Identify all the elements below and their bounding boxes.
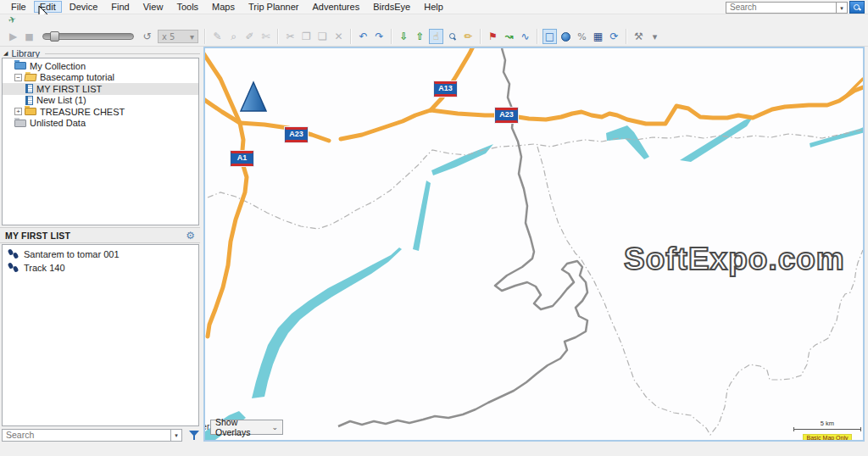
refresh-icon[interactable]: ⟳ bbox=[607, 29, 621, 44]
list-panel: Santarem to tomar 001 Track 140 bbox=[2, 244, 199, 426]
library-tree: My Collection − Basecamp tutorial MY FIR… bbox=[2, 58, 199, 225]
undo-icon[interactable]: ↶ bbox=[356, 29, 370, 44]
tree-item-label: Unlisted Data bbox=[30, 118, 86, 128]
insert-tool-icon[interactable]: ⌕ bbox=[226, 29, 241, 44]
search-dropdown-caret[interactable]: ▾ bbox=[836, 2, 848, 14]
menu-file[interactable]: File bbox=[5, 1, 32, 13]
edit-tool-icon[interactable]: ✐ bbox=[242, 29, 257, 44]
menu-tools[interactable]: Tools bbox=[170, 1, 204, 13]
grid-overview-icon[interactable]: ▦ bbox=[591, 29, 605, 44]
track-footprints-icon bbox=[8, 263, 19, 273]
new-waypoint-icon[interactable]: ⚑ bbox=[486, 29, 500, 44]
scale-bar bbox=[793, 427, 861, 431]
list-item[interactable]: Santarem to tomar 001 bbox=[3, 247, 198, 261]
tree-item-label: TREASURE CHEST bbox=[40, 107, 125, 117]
percent-icon[interactable]: % bbox=[575, 29, 589, 44]
select-area-icon[interactable]: □ bbox=[542, 29, 557, 44]
erase-tool-icon[interactable]: ✄ bbox=[259, 29, 273, 44]
filter-funnel-icon[interactable] bbox=[188, 430, 200, 441]
search-icon bbox=[854, 4, 860, 11]
tree-item-my-first-list[interactable]: MY FIRST LIST bbox=[3, 83, 198, 95]
menu-trip-planner[interactable]: Trip Planner bbox=[242, 1, 305, 13]
track-footprints-icon bbox=[8, 249, 19, 259]
draw-tool-icon[interactable]: ✎ bbox=[210, 29, 225, 44]
extra-tool-icon[interactable]: ⚒ bbox=[632, 29, 646, 44]
menu-help[interactable]: Help bbox=[418, 1, 449, 13]
expand-expander-icon[interactable]: + bbox=[14, 108, 22, 115]
search-input[interactable] bbox=[726, 2, 836, 14]
speed-caret-icon: ▾ bbox=[190, 32, 194, 42]
measure-tool-icon[interactable]: ✏ bbox=[461, 29, 476, 44]
show-overlays-label: Show Overlays bbox=[215, 417, 271, 437]
tree-item-treasure-chest[interactable]: + TREASURE CHEST bbox=[3, 106, 198, 118]
list-item-label: Track 140 bbox=[24, 263, 65, 273]
search-button[interactable] bbox=[849, 1, 865, 14]
road-shield-a13: A13 bbox=[434, 81, 457, 97]
gray-track-line bbox=[338, 48, 587, 426]
map-scale: 5 km Basic Map Only bbox=[793, 420, 861, 442]
toolbar-overflow-caret[interactable]: ▾ bbox=[648, 29, 662, 44]
list-search-input[interactable] bbox=[2, 429, 171, 442]
tree-item-my-collection[interactable]: My Collection bbox=[3, 60, 198, 72]
list-search: ▾ bbox=[2, 428, 202, 442]
collapse-expander-icon[interactable]: − bbox=[14, 74, 22, 81]
copy-icon[interactable]: ❐ bbox=[299, 29, 314, 44]
map-canvas[interactable]: A1 A23 A13 A23 SoftExpo.com rer Show Ove… bbox=[203, 47, 865, 442]
tree-item-new-list[interactable]: New List (1) bbox=[3, 95, 198, 107]
delete-icon[interactable]: ✕ bbox=[331, 29, 346, 44]
tree-item-label: MY FIRST LIST bbox=[36, 84, 102, 94]
menu-birdseye[interactable]: BirdsEye bbox=[367, 1, 416, 13]
global-search: ▾ bbox=[726, 1, 865, 14]
show-overlays-dropdown[interactable]: Show Overlays ⌄ bbox=[210, 420, 283, 435]
water-polygons bbox=[205, 116, 863, 440]
paste-icon[interactable]: ❏ bbox=[315, 29, 330, 44]
new-route-icon[interactable]: ↝ bbox=[502, 29, 516, 44]
toolbar-separator bbox=[391, 29, 392, 44]
menu-device[interactable]: Device bbox=[64, 1, 104, 13]
new-track-icon[interactable]: ∿ bbox=[518, 29, 532, 44]
toolbar-separator bbox=[350, 29, 352, 44]
menu-view[interactable]: View bbox=[137, 1, 170, 13]
menu-find[interactable]: Find bbox=[105, 1, 135, 13]
menu-adventures[interactable]: Adventures bbox=[307, 1, 366, 13]
map-pointer-triangle[interactable] bbox=[241, 82, 266, 111]
list-panel-title: MY FIRST LIST bbox=[5, 231, 70, 241]
chevron-down-icon: ⌄ bbox=[271, 423, 278, 431]
list-search-caret[interactable]: ▾ bbox=[171, 429, 182, 442]
cut-icon[interactable]: ✂ bbox=[283, 29, 298, 44]
toolbar-separator bbox=[480, 29, 481, 44]
highway-roads bbox=[205, 48, 863, 336]
rocket-icon[interactable]: ✈ bbox=[7, 14, 18, 26]
tree-item-label: Basecamp tutorial bbox=[40, 72, 114, 82]
receive-from-device-icon[interactable]: ⇧ bbox=[413, 29, 427, 44]
toolbar-separator bbox=[204, 29, 206, 44]
menu-maps[interactable]: Maps bbox=[206, 1, 241, 13]
playback-speed-select[interactable]: x 5▾ bbox=[158, 30, 198, 43]
pan-tool-icon[interactable]: ☝ bbox=[429, 29, 443, 44]
watermark: SoftExpo.com bbox=[624, 242, 845, 277]
redo-icon[interactable]: ↷ bbox=[372, 29, 387, 44]
toolbar-separator bbox=[277, 29, 279, 44]
tree-item-unlisted-data[interactable]: Unlisted Data bbox=[3, 118, 198, 130]
slider-thumb[interactable] bbox=[50, 31, 59, 42]
map-mode-badge: Basic Map Only bbox=[803, 434, 851, 442]
map-partial-label: rer bbox=[203, 422, 209, 431]
list-item[interactable]: Track 140 bbox=[3, 261, 198, 275]
road-shield-a23-east: A23 bbox=[495, 108, 518, 123]
folder-open-icon bbox=[24, 74, 36, 81]
play-button[interactable]: ▶ bbox=[6, 29, 20, 44]
playback-slider[interactable] bbox=[42, 33, 134, 40]
stop-button[interactable]: ■ bbox=[22, 29, 36, 44]
gear-icon[interactable]: ⚙ bbox=[186, 230, 195, 242]
tree-item-basecamp-tutorial[interactable]: − Basecamp tutorial bbox=[3, 72, 198, 84]
quick-access-row: ✈ bbox=[0, 14, 868, 27]
folder-icon bbox=[14, 120, 26, 127]
zoom-tool-icon[interactable] bbox=[445, 29, 459, 44]
send-to-device-icon[interactable]: ⇩ bbox=[397, 29, 411, 44]
section-collapse-icon[interactable]: ◢ bbox=[3, 50, 8, 57]
menu-bar: File Edit Device Find View Tools Maps Tr… bbox=[0, 0, 868, 14]
globe-icon[interactable] bbox=[559, 29, 573, 44]
magnifier-icon bbox=[449, 33, 456, 40]
road-shield-a23-west: A23 bbox=[285, 127, 308, 142]
reset-icon[interactable]: ↺ bbox=[140, 29, 154, 44]
